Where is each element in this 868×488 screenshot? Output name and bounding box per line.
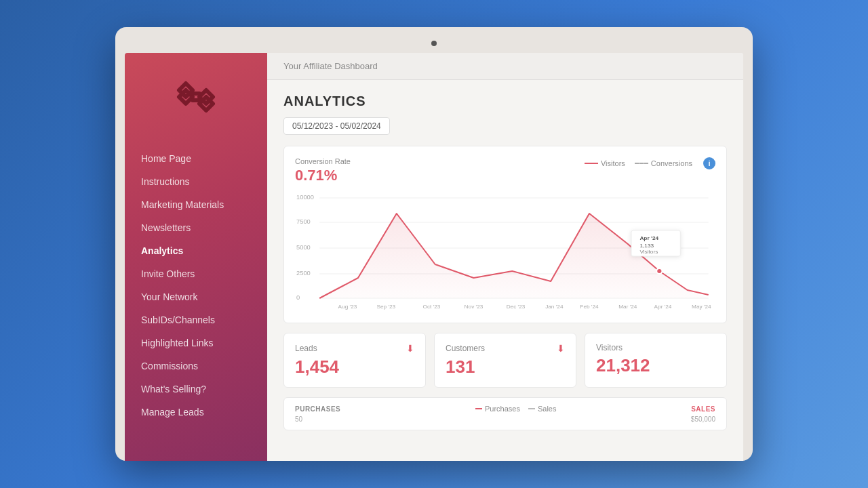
purchases-y-label: 50: [295, 415, 302, 423]
conversion-rate-label: Conversion Rate: [295, 157, 351, 165]
legend-conversions: Conversions: [635, 159, 692, 167]
purchases-header: PURCHASES Purchases Sales SALES: [295, 405, 715, 413]
brand-logo: [169, 73, 223, 121]
sales-line-icon: [528, 408, 535, 409]
conversion-rate-chart-card: Conversion Rate 0.71% Visitors: [283, 146, 727, 323]
conversion-info: Conversion Rate 0.71%: [295, 157, 351, 184]
purchases-line-icon: [475, 408, 482, 409]
stats-row: Leads ⬇ 1,454 Customers ⬇ 131: [283, 333, 727, 388]
visitors-chart: 10000 7500 5000 2500 0: [295, 190, 715, 312]
visitors-stat-value: 21,312: [596, 355, 715, 376]
svg-text:Apr '24: Apr '24: [639, 235, 658, 241]
svg-text:Nov '23: Nov '23: [465, 304, 484, 310]
svg-text:1,133: 1,133: [639, 243, 654, 249]
sidebar-item-instructions[interactable]: Instructions: [125, 171, 267, 192]
leads-download-icon[interactable]: ⬇: [406, 343, 414, 354]
leads-stat-card: Leads ⬇ 1,454: [283, 333, 426, 388]
visitors-stat-card: Visitors 21,312: [585, 333, 727, 388]
svg-text:2500: 2500: [296, 270, 311, 277]
date-range-filter[interactable]: 05/12/2023 - 05/02/2024: [283, 117, 390, 135]
customers-download-icon[interactable]: ⬇: [557, 343, 565, 354]
svg-text:Sep '23: Sep '23: [376, 304, 395, 310]
purchases-bar-card: PURCHASES Purchases Sales SALES: [283, 397, 727, 430]
sales-y-label: $50,000: [691, 415, 715, 423]
svg-text:7500: 7500: [296, 218, 311, 225]
svg-text:Visitors: Visitors: [639, 249, 658, 255]
svg-text:10000: 10000: [296, 194, 314, 201]
svg-text:Feb '24: Feb '24: [580, 304, 599, 310]
chart-header: Conversion Rate 0.71% Visitors: [295, 157, 715, 184]
monitor-frame: Home Page Instructions Marketing Materia…: [115, 27, 753, 461]
customers-stat-label: Customers ⬇: [446, 343, 565, 354]
sales-label: SALES: [691, 405, 715, 413]
camera-dot: [431, 41, 437, 46]
info-icon[interactable]: i: [703, 157, 715, 169]
svg-text:Oct '23: Oct '23: [423, 304, 441, 310]
monitor-screen: Home Page Instructions Marketing Materia…: [125, 53, 743, 461]
visitors-line-icon: [585, 163, 598, 164]
sales-legend-item: Sales: [528, 405, 557, 413]
svg-text:Dec '23: Dec '23: [507, 304, 526, 310]
svg-text:Apr '24: Apr '24: [654, 304, 672, 310]
sidebar-item-analytics[interactable]: Analytics: [125, 240, 267, 262]
monitor-top-bar: [125, 37, 743, 50]
content-area: ANALYTICS 05/12/2023 - 05/02/2024 Conver…: [267, 80, 743, 461]
conversions-line-icon: [635, 163, 648, 164]
dashboard-top-bar: Your Affiliate Dashboard: [267, 53, 743, 80]
conversion-rate-value: 0.71%: [295, 167, 351, 184]
svg-text:May '24: May '24: [692, 304, 711, 310]
sidebar: Home Page Instructions Marketing Materia…: [125, 53, 267, 461]
customers-stat-card: Customers ⬇ 131: [434, 333, 576, 388]
visitors-stat-label: Visitors: [596, 343, 715, 352]
legend-visitors: Visitors: [585, 159, 625, 167]
purchases-label: PURCHASES: [295, 405, 340, 413]
svg-text:Jan '24: Jan '24: [545, 304, 564, 310]
sidebar-item-highlighted-links[interactable]: Highlighted Links: [125, 332, 267, 354]
chart-legend: Visitors Conversions: [585, 159, 692, 167]
svg-text:5000: 5000: [296, 244, 311, 251]
sidebar-item-home-page[interactable]: Home Page: [125, 148, 267, 169]
main-content: Your Affiliate Dashboard ANALYTICS 05/12…: [267, 53, 743, 461]
svg-text:Mar '24: Mar '24: [618, 304, 637, 310]
sidebar-item-newsletters[interactable]: Newsletters: [125, 217, 267, 239]
analytics-section-title: ANALYTICS: [283, 94, 727, 109]
sidebar-item-subids-channels[interactable]: SubIDs/Channels: [125, 309, 267, 331]
leads-stat-label: Leads ⬇: [295, 343, 414, 354]
purchases-legend: Purchases Sales: [475, 405, 557, 413]
nav-list: Home Page Instructions Marketing Materia…: [125, 148, 267, 423]
purchases-legend-item: Purchases: [475, 405, 520, 413]
svg-text:Aug '23: Aug '23: [338, 304, 357, 310]
sidebar-item-invite-others[interactable]: Invite Others: [125, 263, 267, 285]
sidebar-item-whats-selling[interactable]: What's Selling?: [125, 378, 267, 400]
svg-text:0: 0: [296, 294, 300, 301]
dashboard-title: Your Affiliate Dashboard: [283, 61, 378, 71]
leads-stat-value: 1,454: [295, 357, 414, 378]
sidebar-item-manage-leads[interactable]: Manage Leads: [125, 401, 267, 423]
customers-stat-value: 131: [446, 357, 565, 378]
sidebar-item-marketing-materials[interactable]: Marketing Materials: [125, 194, 267, 216]
sidebar-item-commissions[interactable]: Commissions: [125, 355, 267, 377]
svg-point-11: [656, 268, 662, 274]
sidebar-item-your-network[interactable]: Your Network: [125, 286, 267, 308]
logo-area: [125, 66, 267, 127]
